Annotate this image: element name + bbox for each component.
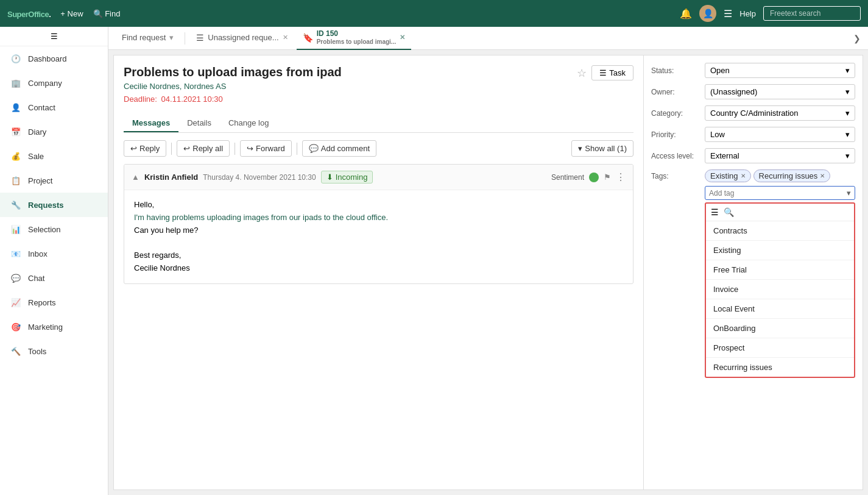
- add-tag-dropdown-icon[interactable]: ▾: [847, 188, 851, 198]
- category-label: Category:: [651, 109, 700, 118]
- marketing-icon: 🎯: [10, 321, 22, 333]
- sidebar-item-diary[interactable]: 📅 Diary: [0, 119, 108, 144]
- access-label: Access level:: [651, 152, 700, 160]
- flag-icon[interactable]: ⚑: [604, 173, 611, 182]
- company-icon: 🏢: [10, 77, 22, 89]
- tab-request-150[interactable]: 🔖 ID 150 Problems to upload imagi... ✕: [297, 27, 412, 50]
- sidebar-item-label: Dashboard: [28, 54, 67, 63]
- deadline-label: Deadline:: [124, 94, 157, 104]
- sidebar-collapse-button[interactable]: ☰: [0, 27, 108, 46]
- sidebar-item-tools[interactable]: 🔨 Tools: [0, 339, 108, 363]
- request-title-block: Problems to upload images from ipad Ceci…: [124, 65, 342, 111]
- sidebar-item-selection[interactable]: 📊 Selection: [0, 217, 108, 241]
- sidebar-item-dashboard[interactable]: 🕐 Dashboard: [0, 46, 108, 71]
- more-options-icon[interactable]: ⋮: [616, 171, 626, 183]
- tab-messages[interactable]: Messages: [124, 115, 178, 132]
- sidebar-item-inbox[interactable]: 📧 Inbox: [0, 241, 108, 266]
- freetext-search-input[interactable]: [763, 6, 861, 21]
- tag-dropdown-panel: ☰ 🔍 Contracts Existing Free Trial Invoic…: [705, 202, 855, 378]
- message-date: Thursday 4. November 2021 10:30: [203, 173, 316, 182]
- show-all-button[interactable]: ▾ Show all (1): [571, 140, 633, 157]
- message-link[interactable]: I'm having problems uploading images fro…: [134, 213, 388, 222]
- sidebar-item-label: Selection: [28, 225, 60, 234]
- sidebar-item-label: Reports: [28, 298, 56, 307]
- add-tag-input-row[interactable]: ▾: [705, 186, 855, 200]
- access-select[interactable]: External ▾: [705, 148, 855, 163]
- sidebar-item-company[interactable]: 🏢 Company: [0, 71, 108, 95]
- requests-icon: 🔧: [10, 199, 22, 211]
- sale-icon: 💰: [10, 150, 22, 162]
- dropdown-item-contracts[interactable]: Contracts: [706, 221, 854, 241]
- add-tag-input[interactable]: [709, 189, 847, 198]
- dropdown-item-existing[interactable]: Existing: [706, 241, 854, 260]
- tab-separator: [185, 32, 185, 45]
- action-separator-3: [297, 143, 297, 155]
- owner-dropdown-icon: ▾: [845, 87, 850, 96]
- tab-changelog[interactable]: Change log: [220, 115, 278, 132]
- forward-label: Forward: [256, 144, 285, 153]
- tags-label: Tags:: [651, 169, 700, 180]
- task-button[interactable]: ☰ Task: [591, 65, 633, 80]
- logo: SuperOffice.: [7, 7, 51, 20]
- sidebar-item-chat[interactable]: 💬 Chat: [0, 266, 108, 290]
- request-deadline: Deadline: 04.11.2021 10:30: [124, 94, 342, 104]
- tab-close-icon[interactable]: ✕: [283, 34, 288, 41]
- message-expand-icon[interactable]: ▲: [132, 173, 139, 182]
- collapse-right-panel-icon[interactable]: ❯: [853, 34, 861, 43]
- tab-details[interactable]: Details: [178, 115, 220, 132]
- add-comment-button[interactable]: 💬 Add comment: [302, 140, 376, 157]
- dropdown-list-icon[interactable]: ☰: [711, 207, 719, 217]
- inbox-icon: 📧: [10, 248, 22, 260]
- task-label: Task: [609, 68, 626, 77]
- tab-find-request[interactable]: Find request ▾: [116, 27, 180, 50]
- new-button[interactable]: + New: [60, 9, 83, 18]
- category-select[interactable]: Country C/Administration ▾: [705, 105, 855, 121]
- menu-icon[interactable]: ☰: [724, 8, 732, 20]
- dropdown-item-onboarding[interactable]: OnBoarding: [706, 319, 854, 338]
- dropdown-item-prospect[interactable]: Prospect: [706, 338, 854, 358]
- sidebar-item-project[interactable]: 📋 Project: [0, 168, 108, 193]
- tab-label: Find request: [122, 33, 166, 42]
- bell-icon[interactable]: 🔔: [680, 8, 692, 20]
- status-select[interactable]: Open ▾: [705, 63, 855, 78]
- request-header-icons: ☆ ☰ Task: [577, 65, 633, 80]
- owner-select[interactable]: (Unassigned) ▾: [705, 84, 855, 99]
- content-area: Problems to upload images from ipad Ceci…: [113, 55, 863, 490]
- star-button[interactable]: ☆: [577, 66, 587, 80]
- avatar[interactable]: 👤: [699, 5, 716, 22]
- message-actions: Sentiment ⚑ ⋮: [551, 171, 626, 183]
- dropdown-item-free-trial[interactable]: Free Trial: [706, 260, 854, 280]
- dropdown-item-invoice[interactable]: Invoice: [706, 280, 854, 299]
- tags-row: Tags: Existing ✕ Recurring issues ✕: [651, 169, 855, 378]
- sidebar-item-marketing[interactable]: 🎯 Marketing: [0, 315, 108, 339]
- dropdown-search-icon[interactable]: 🔍: [724, 207, 734, 217]
- help-label[interactable]: Help: [739, 9, 756, 18]
- request-title: Problems to upload images from ipad: [124, 65, 342, 79]
- sidebar-item-sale[interactable]: 💰 Sale: [0, 144, 108, 168]
- forward-icon: ↪: [247, 144, 253, 153]
- reply-button[interactable]: ↩ Reply: [124, 140, 166, 157]
- tag-recurring-remove[interactable]: ✕: [820, 173, 825, 179]
- forward-button[interactable]: ↪ Forward: [240, 140, 292, 157]
- dropdown-item-recurring[interactable]: Recurring issues: [706, 358, 854, 377]
- access-dropdown-icon: ▾: [845, 151, 850, 160]
- tag-existing-remove[interactable]: ✕: [741, 173, 746, 179]
- sidebar-item-requests[interactable]: 🔧 Requests: [0, 193, 108, 217]
- request-contact[interactable]: Cecilie Nordnes, Nordnes AS: [124, 82, 342, 91]
- topnav: SuperOffice. + New 🔍 Find 🔔 👤 ☰ Help: [0, 0, 868, 27]
- find-request-dropdown-icon[interactable]: ▾: [169, 33, 174, 42]
- sidebar-item-reports[interactable]: 📈 Reports: [0, 290, 108, 315]
- sidebar-item-contact[interactable]: 👤 Contact: [0, 95, 108, 119]
- request-tabs: Messages Details Change log: [124, 115, 633, 133]
- unassigned-icon: ☰: [196, 33, 204, 43]
- message-signoff: Cecilie Nordnes: [134, 262, 623, 275]
- tab-close-request-icon[interactable]: ✕: [400, 34, 405, 41]
- status-label: Status:: [651, 66, 700, 75]
- find-button[interactable]: 🔍 Find: [93, 9, 121, 18]
- reply-all-button[interactable]: ↩ Reply all: [177, 140, 230, 157]
- priority-select[interactable]: Low ▾: [705, 127, 855, 142]
- tab-label: Unassigned reque...: [208, 33, 278, 42]
- access-value: External: [710, 151, 739, 160]
- dropdown-item-local-event[interactable]: Local Event: [706, 299, 854, 319]
- tab-unassigned[interactable]: ☰ Unassigned reque... ✕: [190, 27, 294, 50]
